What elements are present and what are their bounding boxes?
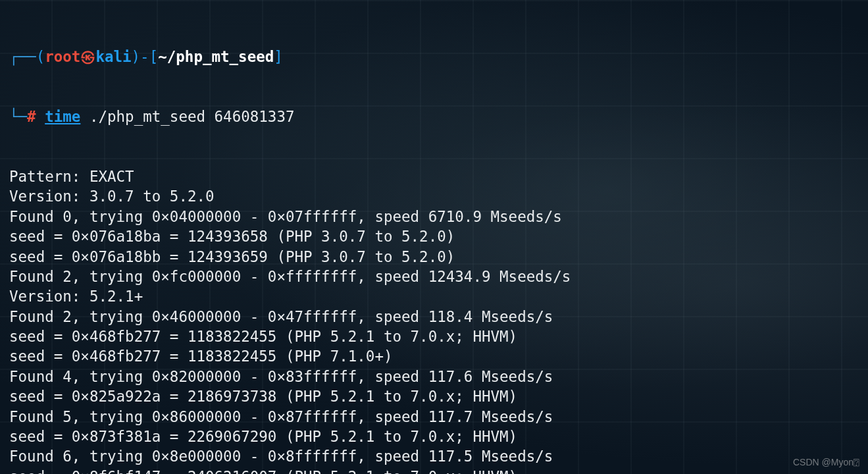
prompt-line-2: └─# time ./php_mt_seed 646081337: [9, 107, 859, 126]
prompt-line-1: ┌──(root㉿kali)-[~/php_mt_seed]: [9, 47, 859, 66]
command-args: ./php_mt_seed 646081337: [80, 107, 294, 126]
output-line: seed = 0×076a18ba = 124393658 (PHP 3.0.7…: [9, 226, 859, 246]
prompt-dash: -: [140, 47, 149, 66]
kali-icon: ㉿: [80, 47, 95, 66]
output-line: Found 2, trying 0×fc000000 - 0×ffffffff,…: [9, 267, 859, 286]
output-container: Pattern: EXACTVersion: 3.0.7 to 5.2.0Fou…: [9, 167, 859, 474]
output-line: Version: 3.0.7 to 5.2.0: [9, 186, 859, 206]
output-line: Pattern: EXACT: [9, 167, 859, 186]
output-line: seed = 0×076a18bb = 124393659 (PHP 3.0.7…: [9, 247, 859, 267]
bracket-close: ]: [274, 47, 283, 66]
output-line: seed = 0×468fb277 = 1183822455 (PHP 5.2.…: [9, 327, 859, 346]
output-line: seed = 0×8f6bf147 = 2406216007 (PHP 5.2.…: [9, 467, 859, 474]
box-corner-top: ┌──: [9, 47, 36, 66]
prompt-path: ~/php_mt_seed: [158, 47, 274, 66]
prompt-user: root: [45, 47, 80, 66]
box-corner-bottom: └─: [9, 107, 27, 126]
output-line: Found 0, trying 0×04000000 - 0×07ffffff,…: [9, 207, 859, 226]
output-line: Version: 5.2.1+: [9, 286, 859, 306]
output-line: seed = 0×873f381a = 2269067290 (PHP 5.2.…: [9, 427, 859, 446]
terminal-output[interactable]: ┌──(root㉿kali)-[~/php_mt_seed] └─# time …: [9, 7, 859, 474]
prompt-hash: #: [27, 107, 36, 126]
output-line: Found 2, trying 0×46000000 - 0×47ffffff,…: [9, 307, 859, 327]
output-line: Found 6, trying 0×8e000000 - 0×8fffffff,…: [9, 446, 859, 466]
output-line: seed = 0×825a922a = 2186973738 (PHP 5.2.…: [9, 386, 859, 406]
paren-close: ): [132, 47, 141, 66]
output-line: Found 4, trying 0×82000000 - 0×83ffffff,…: [9, 367, 859, 386]
watermark: CSDN @Myon⍰: [793, 456, 859, 469]
output-line: Found 5, trying 0×86000000 - 0×87ffffff,…: [9, 407, 859, 427]
output-line: seed = 0×468fb277 = 1183822455 (PHP 7.1.…: [9, 346, 859, 366]
prompt-host: kali: [95, 47, 131, 66]
bracket-open: [: [149, 47, 159, 66]
time-command: time: [45, 107, 80, 126]
paren-open: (: [36, 47, 45, 66]
